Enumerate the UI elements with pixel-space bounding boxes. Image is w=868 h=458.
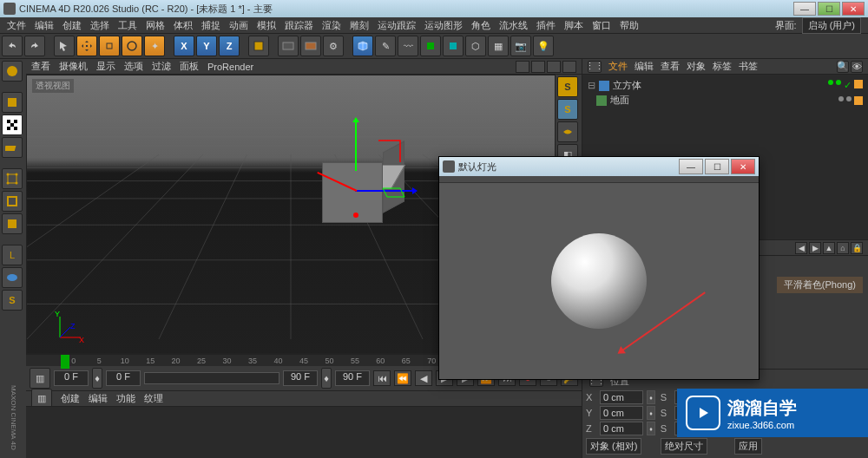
menu-render[interactable]: 渲染	[322, 19, 341, 32]
render-settings-button[interactable]: ⚙	[323, 36, 344, 56]
axis-mode-button[interactable]: L	[2, 245, 23, 265]
axis-x-button[interactable]: X	[174, 36, 194, 56]
menu-mograph[interactable]: 运动图形	[424, 19, 463, 32]
timeline-icon-1[interactable]: ▥	[30, 368, 50, 389]
om-search-icon[interactable]: 🔍	[837, 61, 849, 73]
edge-mode-button[interactable]	[2, 191, 23, 212]
material-manager[interactable]	[26, 406, 582, 458]
om-tab-bookmarks[interactable]: 书签	[739, 60, 758, 73]
axis-y-button[interactable]: Y	[196, 36, 217, 56]
make-editable-button[interactable]	[2, 61, 23, 82]
menu-animate[interactable]: 动画	[229, 19, 248, 32]
om-tab-file[interactable]: 文件	[608, 60, 628, 73]
cube-primitive-button[interactable]	[352, 36, 373, 56]
vp-menu-view[interactable]: 查看	[31, 60, 50, 73]
coord-mode-select[interactable]: 对象 (相对)	[586, 438, 641, 455]
popup-close-button[interactable]: ✕	[731, 159, 755, 174]
menu-help[interactable]: 帮助	[620, 19, 639, 32]
menu-tracker[interactable]: 跟踪器	[285, 19, 313, 32]
vp-nav-button-3[interactable]	[547, 61, 561, 73]
polygon-mode-button[interactable]	[2, 213, 23, 234]
menu-tools[interactable]: 工具	[118, 19, 137, 32]
menu-character[interactable]: 角色	[471, 19, 490, 32]
vp-menu-display[interactable]: 显示	[96, 60, 115, 73]
om-tab-object[interactable]: 对象	[687, 60, 706, 73]
light-button[interactable]: 💡	[533, 36, 554, 56]
menu-sculpt[interactable]: 雕刻	[350, 19, 369, 32]
pos-z-input[interactable]: 0 cm	[600, 422, 643, 435]
vp-nav-button-2[interactable]	[531, 61, 545, 73]
object-row-floor[interactable]: 地面	[586, 93, 865, 108]
frame-out-input[interactable]: 90 F	[283, 370, 318, 386]
viewport-solo-button[interactable]	[2, 267, 23, 288]
texture-mode-button[interactable]	[2, 114, 23, 135]
timeline-track[interactable]	[144, 372, 279, 384]
menu-simulate[interactable]: 模拟	[257, 19, 276, 32]
redo-button[interactable]	[24, 36, 45, 56]
vp-nav-button-1[interactable]	[516, 61, 529, 73]
menu-edit[interactable]: 编辑	[35, 19, 54, 32]
snap-button[interactable]: S	[2, 290, 23, 311]
goto-start-button[interactable]: ⏮	[373, 370, 391, 386]
point-mode-button[interactable]	[2, 168, 23, 189]
pen-tool-button[interactable]: ✎	[375, 36, 396, 56]
undo-button[interactable]	[2, 36, 23, 56]
frame-start-spin[interactable]: ♦	[92, 368, 102, 389]
playhead-icon[interactable]	[61, 355, 69, 369]
render-view-button[interactable]	[278, 36, 299, 56]
frame-end-input[interactable]: 90 F	[335, 370, 370, 386]
menu-file[interactable]: 文件	[7, 19, 26, 32]
pos-x-input[interactable]: 0 cm	[600, 390, 643, 404]
am-fwd-button[interactable]: ▶	[809, 242, 821, 254]
frame-out-spin[interactable]: ♦	[321, 368, 332, 389]
size-mode-select[interactable]: 绝对尺寸	[661, 438, 707, 455]
menu-pipeline[interactable]: 流水线	[499, 19, 528, 32]
menu-motiontrack[interactable]: 运动跟踪	[378, 19, 416, 32]
spline-button[interactable]: 〰	[398, 36, 418, 56]
mat-tab-edit[interactable]: 编辑	[89, 392, 108, 405]
move-tool[interactable]	[76, 36, 97, 56]
object-row-cube[interactable]: ⊟ 立方体 ✓	[586, 78, 865, 93]
model-mode-button[interactable]	[2, 92, 23, 113]
menu-snap[interactable]: 捕捉	[201, 19, 220, 32]
spin-icon[interactable]: ♦	[647, 390, 655, 404]
select-tool[interactable]	[54, 36, 75, 56]
vp-menu-prorender[interactable]: ProRender	[207, 62, 253, 72]
am-home-button[interactable]: ⌂	[837, 242, 849, 254]
scale-tool[interactable]	[99, 36, 120, 56]
menu-mesh[interactable]: 网格	[146, 19, 165, 32]
light-preview[interactable]	[439, 183, 759, 379]
vps-button-2[interactable]: S	[557, 99, 578, 120]
deformer-button[interactable]	[443, 36, 464, 56]
popup-maximize-button[interactable]: ☐	[705, 159, 729, 174]
apply-button[interactable]: 应用	[734, 438, 762, 455]
camera-button[interactable]: ▦	[488, 36, 509, 56]
mat-tab-function[interactable]: 功能	[116, 392, 135, 405]
minimize-button[interactable]: —	[793, 2, 816, 16]
popup-minimize-button[interactable]: —	[679, 159, 703, 174]
menu-create[interactable]: 创建	[62, 19, 82, 32]
coord-system-button[interactable]	[248, 36, 269, 56]
spin-icon[interactable]: ♦	[647, 406, 655, 420]
vps-button-1[interactable]: S	[557, 76, 578, 97]
vp-menu-panel[interactable]: 面板	[180, 60, 199, 73]
om-tab-tags[interactable]: 标签	[713, 60, 732, 73]
vp-menu-camera[interactable]: 摄像机	[59, 60, 88, 73]
frame-in-input[interactable]: 0 F	[106, 370, 141, 386]
generator-button[interactable]	[420, 36, 441, 56]
menu-plugins[interactable]: 插件	[536, 19, 556, 32]
last-tool[interactable]: ✦	[144, 36, 165, 56]
maximize-button[interactable]: ☐	[818, 2, 840, 16]
popup-grip-icon[interactable]	[439, 176, 759, 183]
om-tab-view[interactable]: 查看	[661, 60, 680, 73]
workplane-mode-button[interactable]	[2, 137, 23, 158]
phong-tag-icon[interactable]	[854, 80, 863, 88]
vps-button-3[interactable]	[557, 121, 578, 142]
scene-button[interactable]: 📷	[510, 36, 531, 56]
menu-window[interactable]: 窗口	[592, 19, 611, 32]
om-eye-icon[interactable]: 👁	[851, 61, 863, 73]
axis-z-button[interactable]: Z	[219, 36, 240, 56]
om-tab-edit[interactable]: 编辑	[635, 60, 654, 73]
pos-y-input[interactable]: 0 cm	[600, 406, 643, 420]
layout-select[interactable]: 启动 (用户)	[802, 17, 861, 34]
